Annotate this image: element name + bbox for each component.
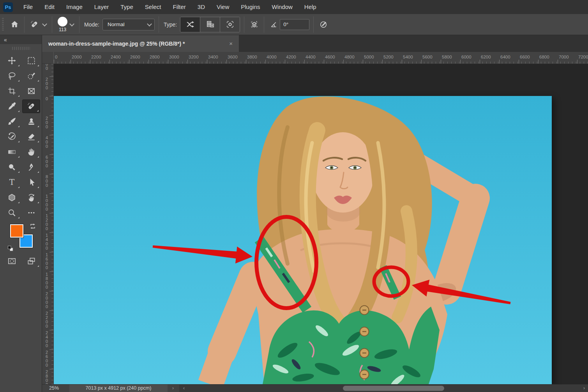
ruler-label: 4400	[305, 55, 316, 59]
dodge-tool[interactable]	[3, 160, 21, 174]
crop-tool[interactable]	[3, 84, 21, 98]
mode-select[interactable]: Normal	[102, 19, 155, 30]
canvas-viewport[interactable]	[54, 64, 588, 384]
tool-panel-grip[interactable]	[12, 47, 30, 50]
vertical-ruler[interactable]: 4002000200400600800100012001400160018002…	[42, 64, 54, 384]
flyout-triangle-icon	[18, 202, 19, 203]
scroll-right-icon[interactable]: ›	[583, 385, 585, 392]
zoom-level-field[interactable]: 25%	[49, 385, 59, 392]
ruler-label: 3200	[189, 55, 199, 59]
smudge-tool[interactable]	[22, 145, 40, 159]
content-aware-button[interactable]	[180, 17, 200, 32]
flyout-triangle-icon	[37, 80, 39, 82]
chevron-down-icon[interactable]	[42, 21, 47, 27]
ruler-label: 2000	[46, 292, 48, 309]
ruler-label: 3400	[208, 55, 218, 59]
close-tab-icon[interactable]: ×	[224, 40, 233, 47]
flyout-triangle-icon	[37, 202, 39, 203]
pen-pressure-icon[interactable]	[318, 19, 329, 30]
ruler-tick	[49, 271, 53, 272]
tool-preset-spot-healing-icon[interactable]	[28, 19, 40, 30]
ruler-label: 400	[46, 136, 48, 149]
edit-toolbar-tool[interactable]	[22, 206, 40, 220]
shape-icon	[7, 193, 16, 202]
horizontal-scrollbar[interactable]: ‹ ›	[179, 385, 588, 392]
ruler-tick	[49, 252, 53, 252]
clone-stamp-tool[interactable]	[22, 115, 40, 128]
ruler-tick	[246, 60, 246, 64]
menu-layer[interactable]: Layer	[88, 0, 115, 14]
collapse-panel-button[interactable]: «	[0, 35, 42, 44]
quick-selection-tool[interactable]	[22, 69, 40, 83]
menu-type[interactable]: Type	[115, 0, 139, 14]
menu-select[interactable]: Select	[139, 0, 167, 14]
move-tool[interactable]	[3, 54, 21, 67]
frame-icon	[27, 87, 36, 96]
ruler-label: 800	[46, 175, 48, 188]
foreground-color-swatch[interactable]	[10, 224, 23, 238]
menu-bar: Ps FileEditImageLayerTypeSelectFilter3DV…	[0, 0, 588, 14]
ruler-tick	[226, 60, 227, 64]
flyout-triangle-icon	[18, 110, 19, 112]
eyedropper-tool[interactable]	[3, 99, 21, 113]
menu-help[interactable]: Help	[298, 0, 322, 14]
ruler-label: 6400	[500, 55, 510, 59]
angle-input[interactable]: 0°	[280, 19, 309, 30]
zoom-tool[interactable]	[3, 206, 21, 220]
gradient-tool[interactable]	[3, 145, 21, 159]
eraser-icon	[27, 132, 36, 141]
brush-size-picker[interactable]: 113	[58, 17, 67, 32]
rotate-view-tool[interactable]	[22, 191, 40, 204]
flyout-triangle-icon	[18, 65, 19, 66]
flyout-triangle-icon	[18, 171, 19, 173]
pen-tool[interactable]	[22, 160, 40, 174]
scrollbar-thumb[interactable]	[343, 386, 444, 391]
shape-tool[interactable]	[3, 191, 21, 204]
home-icon[interactable]	[9, 19, 20, 30]
create-texture-button[interactable]	[200, 17, 220, 32]
brush-tool[interactable]	[3, 115, 21, 128]
ruler-label: 2000	[72, 55, 82, 59]
default-colors-icon[interactable]	[7, 243, 15, 251]
frame-tool[interactable]	[22, 84, 40, 98]
rectangular-marquee-tool[interactable]	[22, 54, 40, 67]
document-canvas[interactable]	[54, 96, 552, 384]
horizontal-ruler[interactable]: 0200022002400260028003000320034003600380…	[42, 52, 588, 64]
swap-colors-icon[interactable]	[29, 222, 37, 230]
ruler-tick	[49, 213, 53, 213]
quick-mask-button[interactable]	[3, 254, 21, 268]
menu-plugins[interactable]: Plugins	[235, 0, 266, 14]
ruler-label: 400	[46, 64, 48, 71]
move-icon	[7, 56, 16, 65]
ruler-tick	[49, 154, 53, 155]
menu-image[interactable]: Image	[60, 0, 88, 14]
spot-healing-brush-tool[interactable]	[22, 99, 40, 113]
photo-scene	[54, 96, 552, 384]
menu-filter[interactable]: Filter	[167, 0, 192, 14]
document-tab[interactable]: woman-in-dress-sample-image.jpg @ 25% (R…	[42, 35, 239, 52]
proximity-match-button[interactable]	[220, 17, 240, 32]
options-bar-grip[interactable]	[2, 18, 4, 31]
ruler-label: 1400	[46, 233, 48, 250]
menu-edit[interactable]: Edit	[39, 0, 60, 14]
lasso-tool[interactable]	[3, 69, 21, 83]
screen-mode-button[interactable]	[22, 254, 40, 268]
eraser-tool[interactable]	[22, 130, 40, 144]
sample-all-layers-icon[interactable]	[248, 19, 260, 30]
type-tool[interactable]: T	[3, 176, 21, 189]
divider	[24, 16, 25, 33]
history-brush-tool[interactable]	[3, 130, 21, 144]
ruler-label: 5200	[383, 55, 394, 59]
path-selection-tool[interactable]	[22, 176, 40, 189]
menu-view[interactable]: View	[211, 0, 235, 14]
chevron-down-icon[interactable]	[69, 21, 74, 27]
ruler-origin-corner[interactable]	[42, 52, 54, 64]
scroll-left-icon[interactable]: ‹	[183, 385, 185, 392]
menu-file[interactable]: File	[18, 0, 39, 14]
crop-icon	[7, 87, 16, 96]
ruler-tick	[480, 60, 480, 64]
status-expand-chevron-icon[interactable]: ›	[172, 385, 174, 392]
ruler-label: 4000	[267, 55, 277, 59]
menu-3d[interactable]: 3D	[192, 0, 211, 14]
menu-window[interactable]: Window	[266, 0, 298, 14]
